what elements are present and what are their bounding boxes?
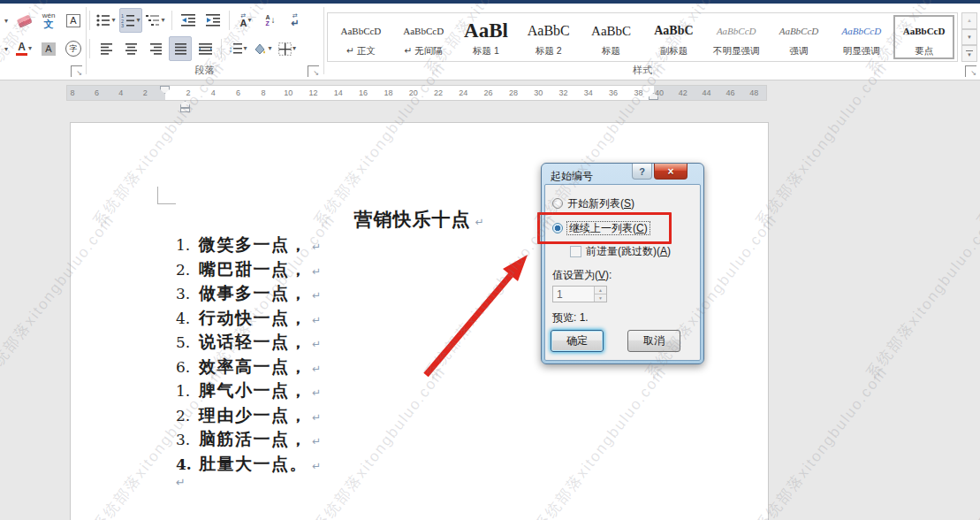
bullets-button[interactable]: ▾ (95, 8, 118, 33)
ribbon: ▾ wén文 A ▾ 123 ▾ ▾ (0, 4, 980, 80)
style-label: 强调 (789, 45, 808, 56)
style-item-heading1[interactable]: AaBl标题 1 (456, 15, 517, 59)
style-item-no-spacing[interactable]: AaBbCcD↵ 无间隔 (393, 15, 454, 59)
paragraph-mark: ↵ (475, 216, 484, 228)
align-left-button[interactable] (95, 36, 118, 61)
style-item-strong[interactable]: AaBbCcD要点 (893, 15, 954, 59)
asian-layout-button[interactable]: ⇄A ▾ (234, 8, 257, 33)
ruler-number: 28 (509, 88, 518, 97)
radio-start-new-list[interactable]: 开始新列表(S) (552, 197, 634, 210)
watermark-text: 系统部落xitongbuluo.com (972, 363, 980, 520)
ruler-number: 48 (749, 88, 758, 97)
style-item-subtle-emphasis[interactable]: AaBbCcD不明显强调 (706, 15, 767, 59)
list-item: 1.脾气小一点，↵ (176, 379, 321, 402)
horizontal-ruler: 8642246810121416182022242628303234363840… (66, 85, 767, 101)
list-number: 4. (176, 455, 195, 473)
justify-button[interactable] (169, 36, 192, 61)
paragraph-group-label: 段落 (86, 64, 323, 77)
style-item-emphasis[interactable]: AaBbCcD强调 (769, 15, 830, 59)
ok-button[interactable]: 确定 (551, 330, 604, 352)
paragraph-mark: ↵ (312, 435, 321, 447)
distribute-button[interactable] (194, 36, 217, 61)
shading-button[interactable]: ▾ (251, 36, 274, 61)
numbering-button[interactable]: 123 ▾ (119, 8, 142, 33)
style-preview: AaBbCcD (841, 17, 881, 45)
list-item: 4.肚量大一点。↵ (176, 453, 321, 476)
ribbon-row-1: ▾ wén文 A ▾ 123 ▾ ▾ (0, 7, 325, 34)
checkbox-label: 前进量(跳过数)(A) (586, 245, 671, 257)
ruler-number: 44 (703, 88, 711, 97)
style-item-subtitle[interactable]: AaBbC副标题 (643, 15, 704, 59)
style-item-title[interactable]: AaBbC标题 (581, 15, 642, 59)
gallery-scroll-down-button[interactable]: ▼ (961, 29, 977, 46)
ruler-number: 36 (609, 88, 618, 97)
style-item-normal[interactable]: AaBbCcD↵ 正文 (330, 15, 391, 59)
character-shading-button[interactable]: A (37, 36, 60, 61)
list-item: 6.效率高一点，↵ (176, 356, 321, 379)
character-border-button[interactable]: A (62, 8, 85, 33)
radio-icon (552, 198, 563, 209)
eraser-icon (16, 14, 31, 27)
dialog-close-button[interactable]: × (654, 164, 688, 180)
styles-group-label: 样式 (327, 64, 958, 77)
spinner-up-button[interactable]: ▲ (595, 287, 606, 294)
paragraph-mark: ↵ (312, 241, 321, 253)
value-input[interactable] (553, 287, 594, 302)
character-shading-icon: A (42, 42, 55, 56)
ruler-number: 6 (236, 88, 240, 97)
line-spacing-button[interactable]: ↕ ▾ (226, 36, 249, 61)
ruler-number: 16 (359, 88, 368, 97)
list-number: 5. (176, 333, 195, 351)
phonetic-guide-button[interactable]: wén文 (37, 8, 60, 33)
start-numbering-dialog: 起始编号 ? × 开始新列表(S) 继续上一列表(C) 前进量(跳过数)(A) … (541, 163, 704, 364)
left-indent-marker[interactable] (180, 108, 190, 112)
ruler-number: 2 (186, 88, 190, 97)
multilevel-list-button[interactable]: ▾ (144, 8, 167, 33)
borders-button[interactable]: ▾ (276, 36, 299, 61)
list-text: 行动快一点， (199, 307, 308, 330)
paragraph-dialog-launcher[interactable]: ↘ (308, 65, 319, 77)
align-right-button[interactable] (144, 36, 167, 61)
decrease-indent-button[interactable] (177, 8, 200, 33)
dialog-help-button[interactable]: ? (632, 164, 652, 180)
style-label: 不明显强调 (713, 45, 760, 56)
clear-formatting-button[interactable] (12, 8, 35, 33)
sort-button[interactable]: AZ↓ (259, 8, 282, 33)
list-item: 5.说话轻一点，↵ (176, 331, 321, 354)
cancel-button[interactable]: 取消 (627, 330, 680, 352)
ruler-number: 46 (726, 88, 734, 97)
increase-indent-icon (206, 14, 220, 27)
gallery-scroll-up-button[interactable]: ▲ (961, 12, 977, 29)
ruler-number: 24 (459, 88, 467, 97)
hanging-indent-marker[interactable] (180, 101, 190, 108)
set-value-label: 值设置为(V): (552, 268, 612, 283)
style-label: 要点 (915, 45, 933, 56)
ruler-number: 20 (409, 88, 418, 97)
multilevel-list-icon (146, 13, 160, 27)
justify-icon (175, 43, 186, 55)
font-dialog-launcher[interactable]: ↘ (71, 65, 82, 77)
show-hide-marks-button[interactable]: ⇄↵ (284, 8, 307, 33)
style-label: 标题 (602, 45, 620, 56)
checkbox-icon (570, 246, 581, 257)
font-color-button[interactable]: A ▾ (12, 36, 35, 61)
styles-dialog-launcher[interactable]: ↘ (965, 65, 976, 77)
checkbox-advance-value[interactable]: 前进量(跳过数)(A) (570, 245, 671, 257)
increase-indent-button[interactable] (201, 8, 224, 33)
watermark-text: 系统部落xitongbuluo.com (862, 210, 980, 383)
divider (89, 11, 90, 30)
enclose-characters-button[interactable]: 字 (62, 36, 85, 61)
align-center-button[interactable] (119, 36, 142, 61)
chevron-down-icon[interactable]: ▾ (2, 17, 11, 25)
style-label: 副标题 (660, 45, 688, 56)
divider (229, 11, 230, 30)
style-item-heading2[interactable]: AaBbC标题 2 (518, 15, 579, 59)
bullets-icon (96, 13, 110, 27)
chevron-down-icon[interactable]: ▾ (2, 45, 11, 53)
asian-layout-icon: ⇄A (240, 12, 247, 28)
gallery-more-button[interactable]: ▼ (961, 45, 977, 62)
group-divider (323, 7, 324, 74)
divider (221, 39, 222, 58)
style-item-intense-emphasis[interactable]: AaBbCcD明显强调 (831, 15, 892, 59)
spinner-down-button[interactable]: ▼ (595, 294, 606, 302)
